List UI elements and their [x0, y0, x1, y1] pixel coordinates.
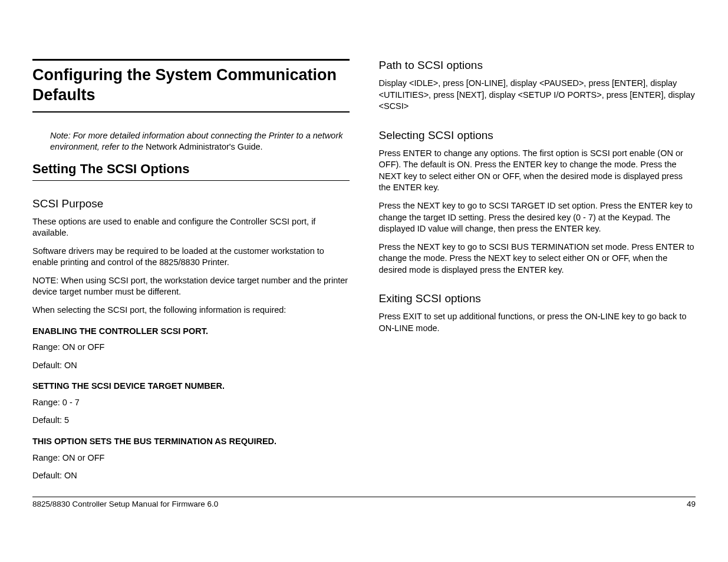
note-paragraph: Note: For more detailed information abou…: [50, 130, 350, 153]
page-number: 49: [687, 500, 696, 508]
option-heading: THIS OPTION SETS THE BUS TERMINATION AS …: [32, 436, 350, 448]
option-range: Range: 0 - 7: [32, 397, 350, 409]
body-text: These options are used to enable and con…: [32, 216, 350, 239]
body-text: Press ENTER to change any options. The f…: [379, 148, 696, 194]
subsection-heading: Selecting SCSI options: [379, 129, 696, 142]
chapter-title: Configuring the System Communication Def…: [32, 59, 350, 113]
subsection-heading: Path to SCSI options: [379, 59, 696, 72]
body-text: When selecting the SCSI port, the follow…: [32, 305, 350, 316]
subsection-heading: SCSI Purpose: [32, 197, 350, 210]
option-default: Default: ON: [32, 360, 350, 372]
body-text: Press the NEXT key to go to SCSI BUS TER…: [379, 242, 696, 276]
option-range: Range: ON or OFF: [32, 342, 350, 353]
option-heading: SETTING THE SCSI DEVICE TARGET NUMBER.: [32, 381, 350, 392]
subsection-heading: Exiting SCSI options: [379, 292, 696, 305]
right-column: Path to SCSI options Display <IDLE>, pre…: [379, 59, 696, 495]
option-heading: ENABLING THE CONTROLLER SCSI PORT.: [32, 326, 350, 338]
left-column: Configuring the System Communication Def…: [32, 59, 350, 495]
option-range: Range: ON or OFF: [32, 452, 350, 464]
section-heading: Setting The SCSI Options: [32, 161, 350, 181]
body-text: Press EXIT to set up additional function…: [379, 311, 696, 334]
option-default: Default: ON: [32, 470, 350, 482]
body-text: Display <IDLE>, press [ON-LINE], display…: [379, 78, 696, 113]
page-footer: 8825/8830 Controller Setup Manual for Fi…: [32, 497, 696, 508]
body-text: NOTE: When using SCSI port, the workstat…: [32, 275, 350, 298]
body-text: Software drivers may be required to be l…: [32, 246, 350, 269]
footer-title: 8825/8830 Controller Setup Manual for Fi…: [32, 500, 218, 508]
body-text: Press the NEXT key to go to SCSI TARGET …: [379, 200, 696, 235]
note-roman: Network Administrator's Guide.: [146, 142, 263, 151]
option-default: Default: 5: [32, 415, 350, 427]
